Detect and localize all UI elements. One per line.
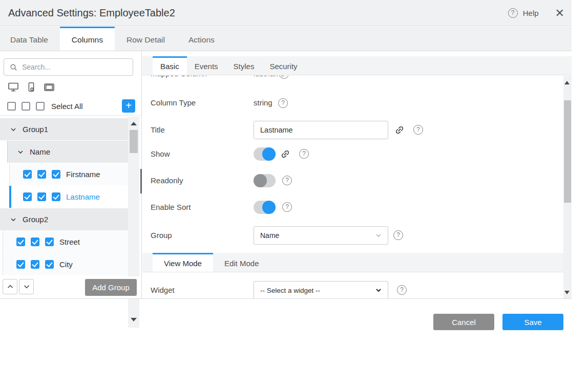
dialog-header: Advanced Settings: EmployeeTable2 ? Help…	[0, 0, 572, 26]
save-button[interactable]: Save	[502, 314, 563, 330]
tree-column-label: City	[59, 260, 73, 269]
scroll-up-icon[interactable]	[564, 81, 570, 84]
group-select[interactable]: Name	[254, 226, 388, 245]
toggle-knob	[262, 147, 276, 161]
help-icon[interactable]: ?	[393, 230, 403, 240]
tree-column-label: Street	[59, 238, 80, 246]
help-icon[interactable]: ?	[279, 76, 289, 79]
help-icon[interactable]: ?	[508, 8, 518, 18]
tab-security[interactable]: Security	[262, 56, 305, 75]
settings-tab-bar: Basic Events Styles Security	[142, 56, 572, 75]
tree-column-label: Lastname	[66, 192, 100, 201]
help-icon[interactable]: ?	[413, 125, 423, 135]
group-select-value: Name	[260, 231, 279, 240]
chevron-up-icon	[6, 282, 15, 291]
select-all-checkbox-tablet[interactable]	[36, 102, 45, 111]
tab-edit-mode[interactable]: Edit Mode	[213, 253, 270, 272]
add-column-button[interactable]: +	[122, 99, 135, 113]
enable-sort-label: Enable Sort	[151, 203, 191, 211]
close-icon[interactable]: ✕	[555, 8, 564, 18]
chevron-down-icon[interactable]	[9, 125, 17, 134]
show-row: Show ?	[142, 147, 563, 161]
column-type-value: string	[254, 98, 272, 107]
tree-group-name[interactable]: Name	[7, 141, 128, 163]
column-checkbox-mobile[interactable]	[37, 170, 46, 179]
tab-actions[interactable]: Actions	[177, 27, 226, 51]
column-checkbox-desktop[interactable]	[16, 238, 25, 246]
tree-group-label: Name	[30, 147, 50, 156]
mode-tab-bar: View Mode Edit Mode	[142, 253, 563, 272]
readonly-toggle[interactable]	[254, 174, 276, 187]
scrollbar-thumb[interactable]	[564, 100, 571, 203]
mobile-icon[interactable]	[26, 81, 37, 93]
title-label: Title	[151, 125, 165, 134]
desktop-icon[interactable]	[7, 81, 19, 93]
panel-scrollbar[interactable]	[563, 76, 572, 298]
column-type-row: Column Type string ?	[142, 98, 563, 109]
tree-group-group2[interactable]: Group2	[0, 208, 128, 230]
move-up-button[interactable]	[3, 279, 17, 294]
title-input[interactable]	[254, 121, 388, 139]
tree-column-city[interactable]: City	[3, 253, 128, 275]
group-row: Group Name ?	[142, 226, 563, 245]
column-checkbox-tablet[interactable]	[52, 192, 60, 201]
basic-settings-form: Mapped Column lastname ? Column Type str…	[142, 76, 563, 298]
tree-column-street[interactable]: Street	[3, 231, 128, 253]
select-all-label: Select All	[51, 102, 83, 111]
toggle-knob	[254, 174, 267, 187]
column-checkbox-desktop[interactable]	[16, 260, 25, 269]
tab-data-table[interactable]: Data Table	[0, 27, 60, 51]
readonly-label: Readonly	[151, 176, 183, 185]
cancel-button[interactable]: Cancel	[433, 314, 494, 330]
tree-group-group1[interactable]: Group1	[0, 118, 128, 140]
column-checkbox-mobile[interactable]	[37, 192, 46, 201]
link-icon[interactable]	[394, 125, 405, 135]
tree-column-firstname[interactable]: Firstname	[9, 163, 128, 185]
chevron-down-icon	[374, 231, 383, 240]
column-checkbox-desktop[interactable]	[23, 170, 32, 179]
widget-select-value: -- Select a widget --	[260, 287, 320, 294]
move-down-button[interactable]	[19, 279, 34, 294]
help-icon[interactable]: ?	[282, 202, 292, 212]
chevron-down-icon[interactable]	[16, 148, 25, 156]
select-all-checkbox-desktop[interactable]	[7, 102, 16, 111]
scroll-down-icon[interactable]	[131, 318, 137, 321]
help-icon[interactable]: ?	[278, 98, 288, 108]
title-row: Title ?	[142, 121, 563, 139]
tab-styles[interactable]: Styles	[226, 56, 262, 75]
search-box[interactable]	[4, 58, 133, 76]
link-icon[interactable]	[280, 149, 290, 159]
help-label[interactable]: Help	[523, 9, 539, 17]
scroll-down-icon[interactable]	[564, 291, 570, 294]
tree-column-lastname[interactable]: Lastname	[9, 186, 128, 208]
tree-column-label: Firstname	[66, 170, 100, 179]
help-icon[interactable]: ?	[282, 176, 292, 185]
column-settings-panel: Basic Events Styles Security Mapped Colu…	[142, 51, 572, 298]
column-checkbox-mobile[interactable]	[31, 260, 39, 269]
enable-sort-toggle[interactable]	[254, 201, 276, 214]
widget-label: Widget	[151, 286, 175, 294]
column-checkbox-desktop[interactable]	[23, 192, 32, 201]
tab-columns[interactable]: Columns	[60, 27, 115, 51]
select-all-checkbox-mobile[interactable]	[22, 102, 30, 111]
help-icon[interactable]: ?	[397, 285, 407, 295]
chevron-down-icon[interactable]	[9, 215, 17, 224]
tab-view-mode[interactable]: View Mode	[153, 253, 213, 272]
help-icon[interactable]: ?	[299, 149, 309, 159]
column-checkbox-mobile[interactable]	[31, 238, 39, 246]
column-checkbox-tablet[interactable]	[45, 260, 54, 269]
scroll-up-icon[interactable]	[131, 122, 137, 125]
tab-basic[interactable]: Basic	[153, 56, 187, 75]
widget-select[interactable]: -- Select a widget --	[254, 281, 388, 298]
add-group-button[interactable]: Add Group	[85, 279, 137, 296]
column-checkbox-tablet[interactable]	[52, 170, 60, 179]
tab-row-detail[interactable]: Row Detail	[115, 27, 177, 51]
scrollbar-thumb[interactable]	[130, 130, 138, 153]
tab-events[interactable]: Events	[187, 56, 226, 75]
search-input[interactable]	[22, 63, 114, 71]
show-toggle[interactable]	[254, 147, 276, 161]
panel-resize-handle[interactable]	[140, 169, 142, 193]
columns-sidebar: Select All + Group1 Name Firstname	[0, 51, 142, 298]
column-checkbox-tablet[interactable]	[45, 238, 54, 246]
tablet-icon[interactable]	[43, 81, 55, 93]
